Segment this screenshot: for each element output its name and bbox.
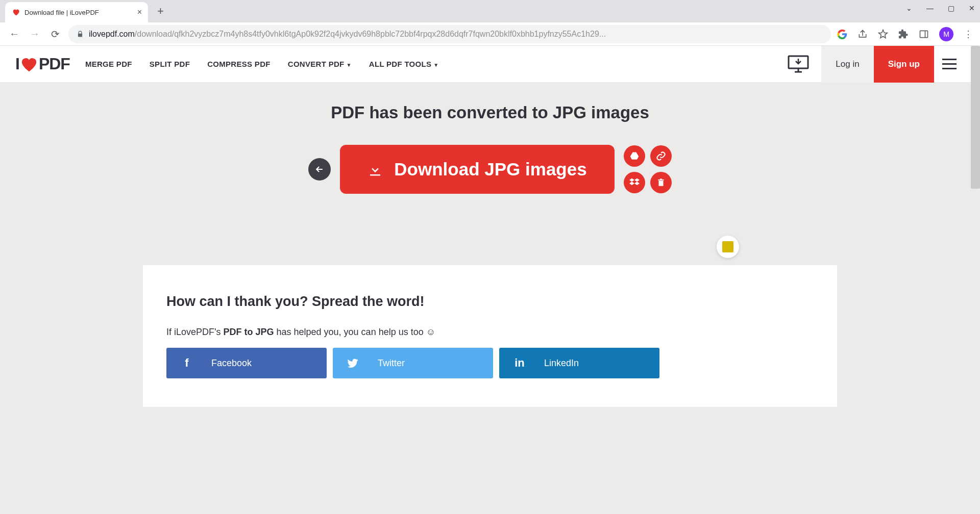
window-controls: ⌄ — ▢ ✕	[906, 4, 975, 12]
delete-button[interactable]	[650, 172, 672, 193]
forward-button[interactable]: →	[28, 28, 42, 40]
header-right: Log in Sign up	[788, 46, 965, 83]
chevron-down-icon[interactable]: ⌄	[906, 4, 912, 12]
main-content: PDF has been converted to JPG images Dow…	[0, 83, 980, 514]
share-facebook-button[interactable]: f Facebook	[166, 348, 327, 378]
share-title: How can I thank you? Spread the word!	[166, 294, 814, 310]
caret-down-icon: ▼	[347, 62, 352, 68]
nav-links: MERGE PDF SPLIT PDF COMPRESS PDF CONVERT…	[85, 60, 439, 68]
linkedin-icon: in	[513, 356, 526, 370]
nav-all[interactable]: ALL PDF TOOLS▼	[369, 60, 439, 68]
side-actions	[624, 145, 672, 193]
download-row: Download JPG images	[0, 145, 980, 194]
tab-title: Download file | iLovePDF	[24, 9, 133, 16]
browser-tab[interactable]: Download file | iLovePDF ×	[5, 2, 148, 22]
caret-down-icon: ▼	[433, 62, 438, 68]
address-bar[interactable]: ilovepdf.com/download/qfkh2vyzbcz7m4yh8s…	[68, 25, 831, 43]
lock-icon	[77, 31, 84, 38]
link-button[interactable]	[650, 145, 672, 167]
share-linkedin-button[interactable]: in LinkedIn	[499, 348, 659, 378]
google-drive-button[interactable]	[624, 145, 645, 167]
nav-split[interactable]: SPLIT PDF	[150, 60, 190, 68]
close-window-icon[interactable]: ✕	[969, 4, 975, 12]
conversion-headline: PDF has been converted to JPG images	[0, 103, 980, 122]
page: I PDF MERGE PDF SPLIT PDF COMPRESS PDF C…	[0, 46, 980, 514]
share-icon[interactable]	[857, 29, 868, 39]
back-circle-button[interactable]	[308, 158, 331, 181]
reload-button[interactable]: ⟳	[48, 28, 62, 40]
maximize-icon[interactable]: ▢	[948, 4, 954, 12]
download-icon	[368, 162, 383, 177]
image-file-icon	[722, 241, 733, 252]
dropbox-button[interactable]	[624, 172, 645, 193]
browser-toolbar: ← → ⟳ ilovepdf.com/download/qfkh2vyzbcz7…	[0, 22, 980, 46]
google-icon[interactable]	[837, 29, 847, 39]
profile-avatar[interactable]: M	[939, 27, 953, 41]
login-button[interactable]: Log in	[821, 46, 873, 83]
nav-merge[interactable]: MERGE PDF	[85, 60, 132, 68]
heart-favicon-icon	[11, 8, 20, 17]
new-tab-button[interactable]: +	[153, 3, 168, 20]
facebook-icon: f	[181, 356, 193, 370]
toolbar-icons: M ⋮	[837, 27, 973, 41]
desktop-download-icon[interactable]	[788, 56, 809, 73]
close-tab-icon[interactable]: ×	[137, 8, 142, 17]
share-subtitle: If iLovePDF's PDF to JPG has helped you,…	[166, 327, 814, 338]
more-icon[interactable]: ⋮	[964, 29, 973, 40]
file-preview-badge[interactable]	[717, 236, 739, 258]
star-icon[interactable]	[878, 29, 888, 39]
heart-icon	[20, 57, 38, 72]
panel-icon[interactable]	[919, 29, 929, 39]
svg-rect-0	[920, 31, 928, 37]
browser-chrome: Download file | iLovePDF × + ⌄ — ▢ ✕ ← →…	[0, 0, 980, 46]
back-button[interactable]: ←	[7, 28, 21, 40]
hamburger-menu-icon[interactable]	[934, 46, 965, 83]
nav-compress[interactable]: COMPRESS PDF	[207, 60, 271, 68]
tab-strip: Download file | iLovePDF × +	[0, 0, 980, 22]
site-header: I PDF MERGE PDF SPLIT PDF COMPRESS PDF C…	[0, 46, 980, 83]
twitter-icon	[347, 357, 359, 369]
scrollbar-thumb[interactable]	[971, 46, 980, 189]
download-label: Download JPG images	[394, 159, 586, 179]
share-twitter-button[interactable]: Twitter	[333, 348, 493, 378]
nav-convert[interactable]: CONVERT PDF▼	[288, 60, 352, 68]
url-text: ilovepdf.com/download/qfkh2vyzbcz7m4yh8s…	[89, 30, 823, 39]
signup-button[interactable]: Sign up	[874, 46, 934, 83]
extensions-icon[interactable]	[898, 29, 909, 39]
share-card: How can I thank you? Spread the word! If…	[143, 265, 837, 407]
share-buttons: f Facebook Twitter in LinkedIn	[166, 348, 814, 378]
site-logo[interactable]: I PDF	[15, 55, 70, 73]
download-button[interactable]: Download JPG images	[340, 145, 614, 194]
minimize-icon[interactable]: —	[926, 4, 934, 12]
